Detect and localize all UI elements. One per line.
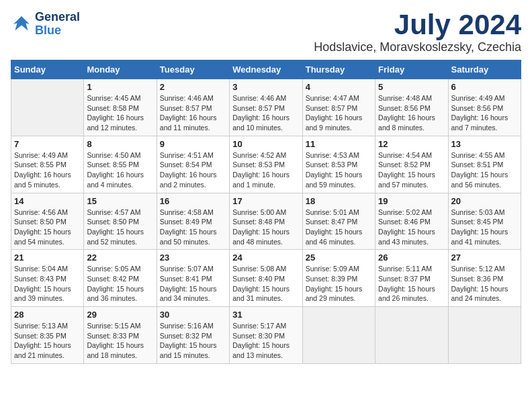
- calendar-cell: 3Sunrise: 4:46 AM Sunset: 8:57 PM Daylig…: [230, 79, 302, 136]
- day-number: 26: [378, 253, 445, 263]
- header-tuesday: Tuesday: [157, 60, 229, 79]
- page-header: General Blue July 2024 Hodslavice, Morav…: [11, 11, 521, 54]
- day-number: 4: [306, 82, 372, 92]
- calendar-cell: 1Sunrise: 4:45 AM Sunset: 8:58 PM Daylig…: [84, 79, 157, 136]
- header-wednesday: Wednesday: [230, 60, 302, 79]
- day-info: Sunrise: 5:11 AM Sunset: 8:37 PM Dayligh…: [378, 264, 445, 304]
- calendar-cell: 21Sunrise: 5:04 AM Sunset: 8:43 PM Dayli…: [11, 250, 84, 307]
- calendar-cell: 16Sunrise: 4:58 AM Sunset: 8:49 PM Dayli…: [157, 193, 229, 250]
- calendar-cell: [11, 79, 84, 136]
- day-number: 14: [14, 196, 81, 206]
- calendar-cell: 23Sunrise: 5:07 AM Sunset: 8:41 PM Dayli…: [157, 250, 229, 307]
- calendar-header-row: SundayMondayTuesdayWednesdayThursdayFrid…: [11, 60, 521, 79]
- calendar-week-2: 7Sunrise: 4:49 AM Sunset: 8:55 PM Daylig…: [11, 136, 521, 193]
- day-info: Sunrise: 4:53 AM Sunset: 8:53 PM Dayligh…: [306, 150, 372, 190]
- day-number: 31: [232, 310, 299, 320]
- calendar-cell: 7Sunrise: 4:49 AM Sunset: 8:55 PM Daylig…: [11, 136, 84, 193]
- calendar-cell: 26Sunrise: 5:11 AM Sunset: 8:37 PM Dayli…: [375, 250, 448, 307]
- day-number: 28: [14, 310, 81, 320]
- day-info: Sunrise: 4:48 AM Sunset: 8:56 PM Dayligh…: [378, 93, 445, 133]
- day-number: 5: [378, 82, 445, 92]
- day-info: Sunrise: 4:52 AM Sunset: 8:53 PM Dayligh…: [232, 150, 299, 190]
- calendar-cell: 5Sunrise: 4:48 AM Sunset: 8:56 PM Daylig…: [375, 79, 448, 136]
- day-info: Sunrise: 4:56 AM Sunset: 8:50 PM Dayligh…: [14, 208, 81, 247]
- header-sunday: Sunday: [11, 60, 84, 79]
- day-info: Sunrise: 4:50 AM Sunset: 8:55 PM Dayligh…: [87, 150, 153, 190]
- day-number: 21: [14, 253, 81, 263]
- day-number: 2: [160, 82, 226, 92]
- day-info: Sunrise: 5:13 AM Sunset: 8:35 PM Dayligh…: [14, 321, 81, 361]
- calendar-cell: 20Sunrise: 5:03 AM Sunset: 8:45 PM Dayli…: [448, 193, 521, 250]
- calendar-cell: 4Sunrise: 4:47 AM Sunset: 8:57 PM Daylig…: [302, 79, 375, 136]
- calendar-cell: 22Sunrise: 5:05 AM Sunset: 8:42 PM Dayli…: [84, 250, 157, 307]
- calendar-cell: 27Sunrise: 5:12 AM Sunset: 8:36 PM Dayli…: [448, 250, 521, 307]
- day-info: Sunrise: 5:12 AM Sunset: 8:36 PM Dayligh…: [451, 264, 518, 304]
- logo-text: General Blue: [35, 11, 80, 38]
- day-info: Sunrise: 4:51 AM Sunset: 8:54 PM Dayligh…: [160, 150, 226, 190]
- day-info: Sunrise: 5:04 AM Sunset: 8:43 PM Dayligh…: [14, 264, 81, 304]
- calendar-week-3: 14Sunrise: 4:56 AM Sunset: 8:50 PM Dayli…: [11, 193, 521, 250]
- day-number: 3: [232, 82, 299, 92]
- day-number: 29: [87, 310, 153, 320]
- day-number: 25: [306, 253, 372, 263]
- day-info: Sunrise: 5:08 AM Sunset: 8:40 PM Dayligh…: [232, 264, 299, 304]
- calendar-cell: 11Sunrise: 4:53 AM Sunset: 8:53 PM Dayli…: [302, 136, 375, 193]
- day-info: Sunrise: 4:49 AM Sunset: 8:55 PM Dayligh…: [14, 150, 81, 190]
- calendar-cell: 29Sunrise: 5:15 AM Sunset: 8:33 PM Dayli…: [84, 307, 157, 364]
- day-info: Sunrise: 5:00 AM Sunset: 8:48 PM Dayligh…: [232, 208, 299, 247]
- day-number: 10: [232, 139, 299, 149]
- day-number: 6: [451, 82, 518, 92]
- calendar-cell: [448, 307, 521, 364]
- day-number: 20: [451, 196, 518, 206]
- day-info: Sunrise: 5:03 AM Sunset: 8:45 PM Dayligh…: [451, 208, 518, 247]
- day-number: 30: [160, 310, 226, 320]
- day-info: Sunrise: 4:58 AM Sunset: 8:49 PM Dayligh…: [160, 208, 226, 247]
- calendar-cell: 18Sunrise: 5:01 AM Sunset: 8:47 PM Dayli…: [302, 193, 375, 250]
- day-number: 24: [232, 253, 299, 263]
- calendar-cell: 24Sunrise: 5:08 AM Sunset: 8:40 PM Dayli…: [230, 250, 302, 307]
- day-info: Sunrise: 4:57 AM Sunset: 8:50 PM Dayligh…: [87, 208, 153, 247]
- day-number: 8: [87, 139, 153, 149]
- header-saturday: Saturday: [448, 60, 521, 79]
- day-number: 23: [160, 253, 226, 263]
- day-info: Sunrise: 4:47 AM Sunset: 8:57 PM Dayligh…: [306, 93, 372, 133]
- day-info: Sunrise: 5:16 AM Sunset: 8:32 PM Dayligh…: [160, 321, 226, 361]
- day-info: Sunrise: 5:15 AM Sunset: 8:33 PM Dayligh…: [87, 321, 153, 361]
- svg-marker-0: [13, 16, 30, 31]
- calendar-cell: [302, 307, 375, 364]
- logo: General Blue: [11, 11, 80, 38]
- title-section: July 2024 Hodslavice, Moravskoslezsky, C…: [314, 11, 521, 54]
- header-thursday: Thursday: [302, 60, 375, 79]
- calendar-cell: 13Sunrise: 4:55 AM Sunset: 8:51 PM Dayli…: [448, 136, 521, 193]
- header-monday: Monday: [84, 60, 157, 79]
- day-info: Sunrise: 4:46 AM Sunset: 8:57 PM Dayligh…: [232, 93, 299, 133]
- calendar-cell: 14Sunrise: 4:56 AM Sunset: 8:50 PM Dayli…: [11, 193, 84, 250]
- logo-icon: [11, 13, 32, 35]
- day-number: 17: [232, 196, 299, 206]
- calendar-cell: 19Sunrise: 5:02 AM Sunset: 8:46 PM Dayli…: [375, 193, 448, 250]
- calendar-cell: 9Sunrise: 4:51 AM Sunset: 8:54 PM Daylig…: [157, 136, 229, 193]
- day-number: 7: [14, 139, 81, 149]
- day-number: 9: [160, 139, 226, 149]
- calendar-week-5: 28Sunrise: 5:13 AM Sunset: 8:35 PM Dayli…: [11, 307, 521, 364]
- day-info: Sunrise: 5:07 AM Sunset: 8:41 PM Dayligh…: [160, 264, 226, 304]
- day-info: Sunrise: 4:55 AM Sunset: 8:51 PM Dayligh…: [451, 150, 518, 190]
- day-info: Sunrise: 5:09 AM Sunset: 8:39 PM Dayligh…: [306, 264, 372, 304]
- day-info: Sunrise: 4:49 AM Sunset: 8:56 PM Dayligh…: [451, 93, 518, 133]
- day-number: 27: [451, 253, 518, 263]
- day-info: Sunrise: 5:01 AM Sunset: 8:47 PM Dayligh…: [306, 208, 372, 247]
- day-info: Sunrise: 5:05 AM Sunset: 8:42 PM Dayligh…: [87, 264, 153, 304]
- header-friday: Friday: [375, 60, 448, 79]
- calendar-table: SundayMondayTuesdayWednesdayThursdayFrid…: [11, 60, 521, 364]
- calendar-cell: [375, 307, 448, 364]
- day-number: 18: [306, 196, 372, 206]
- calendar-cell: 10Sunrise: 4:52 AM Sunset: 8:53 PM Dayli…: [230, 136, 302, 193]
- day-number: 12: [378, 139, 445, 149]
- calendar-cell: 6Sunrise: 4:49 AM Sunset: 8:56 PM Daylig…: [448, 79, 521, 136]
- day-number: 22: [87, 253, 153, 263]
- calendar-cell: 2Sunrise: 4:46 AM Sunset: 8:57 PM Daylig…: [157, 79, 229, 136]
- day-number: 16: [160, 196, 226, 206]
- day-number: 19: [378, 196, 445, 206]
- calendar-cell: 12Sunrise: 4:54 AM Sunset: 8:52 PM Dayli…: [375, 136, 448, 193]
- day-number: 13: [451, 139, 518, 149]
